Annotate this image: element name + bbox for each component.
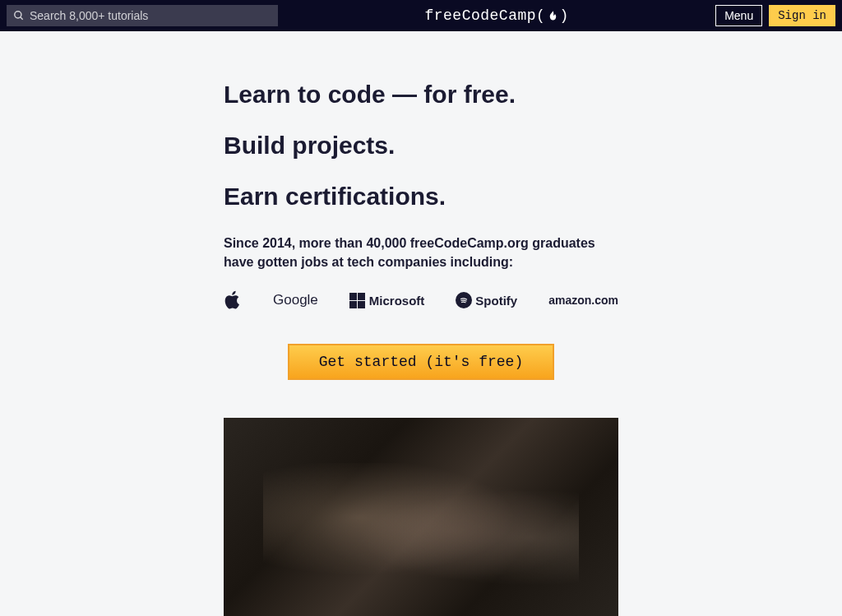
microsoft-logo: Microsoft — [349, 293, 425, 308]
heading-line-2: Build projects. — [224, 132, 618, 160]
navbar: freeCodeCamp() Menu Sign in — [0, 0, 842, 31]
subheading: Since 2014, more than 40,000 freeCodeCam… — [224, 234, 618, 271]
search-box[interactable] — [7, 5, 278, 26]
spotify-icon — [456, 292, 472, 308]
google-logo: Google — [273, 292, 318, 308]
amazon-text: amazon.com — [548, 294, 618, 307]
microsoft-text: Microsoft — [369, 294, 425, 308]
apple-logo — [224, 289, 242, 311]
search-input[interactable] — [30, 9, 271, 22]
svg-point-0 — [15, 12, 21, 18]
logo-paren-open: ( — [536, 7, 545, 24]
logo-text: freeCodeCamp — [424, 7, 536, 24]
spotify-logo: Spotify — [456, 292, 517, 308]
google-text: Google — [273, 292, 318, 308]
amazon-logo: amazon.com — [548, 294, 618, 307]
logo-paren-close: ) — [559, 7, 568, 24]
menu-button[interactable]: Menu — [715, 5, 762, 26]
content-wrapper: Learn to code — for free. Build projects… — [224, 81, 618, 616]
svg-line-1 — [21, 17, 23, 20]
heading-line-3: Earn certifications. — [224, 183, 618, 211]
main-content: Learn to code — for free. Build projects… — [0, 31, 842, 616]
company-logos: Google Microsoft Spotify a — [224, 289, 618, 311]
nav-left — [7, 5, 278, 26]
search-icon — [13, 10, 25, 21]
microsoft-icon — [349, 293, 365, 308]
heading-line-1: Learn to code — for free. — [224, 81, 618, 109]
get-started-button[interactable]: Get started (it's free) — [288, 344, 554, 380]
signin-button[interactable]: Sign in — [769, 5, 835, 26]
apple-icon — [224, 289, 242, 311]
hero-image — [224, 418, 618, 616]
fire-icon — [547, 10, 559, 22]
spotify-text: Spotify — [475, 294, 517, 308]
site-logo[interactable]: freeCodeCamp() — [424, 7, 568, 24]
nav-right: Menu Sign in — [715, 5, 835, 26]
